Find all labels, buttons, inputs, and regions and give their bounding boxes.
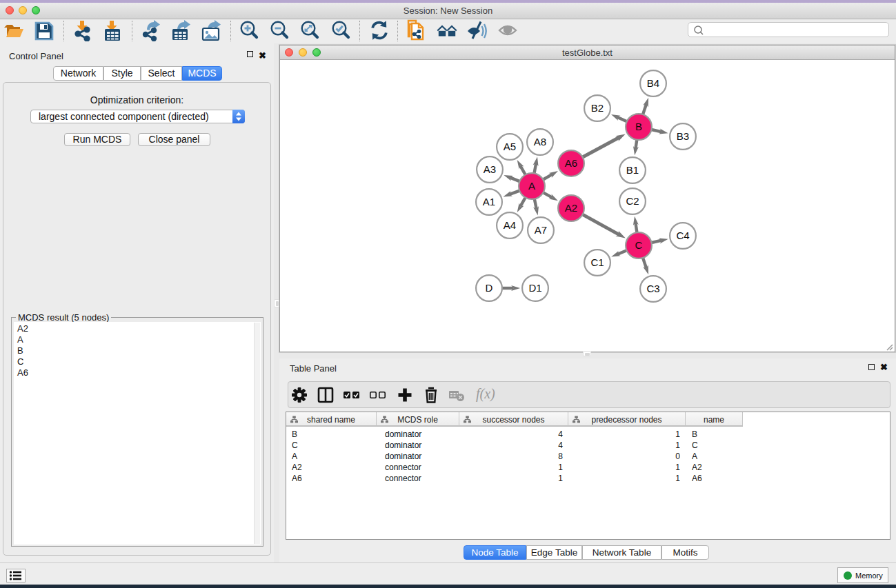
svg-text:D1: D1 xyxy=(528,282,541,294)
svg-text:A8: A8 xyxy=(534,136,546,148)
svg-text:D: D xyxy=(486,282,493,294)
svg-text:B4: B4 xyxy=(647,77,659,89)
svg-text:B2: B2 xyxy=(591,102,604,114)
svg-text:C: C xyxy=(635,239,643,251)
svg-text:A5: A5 xyxy=(504,141,516,152)
svg-text:B3: B3 xyxy=(677,130,689,142)
svg-text:A3: A3 xyxy=(484,163,496,175)
svg-text:A4: A4 xyxy=(504,219,516,231)
svg-text:C1: C1 xyxy=(590,256,604,268)
svg-text:C2: C2 xyxy=(626,195,639,207)
svg-text:B1: B1 xyxy=(626,164,639,176)
svg-text:A2: A2 xyxy=(565,202,577,214)
svg-text:C3: C3 xyxy=(646,283,659,294)
svg-text:C4: C4 xyxy=(676,230,689,241)
svg-text:B: B xyxy=(635,121,642,132)
svg-text:A7: A7 xyxy=(535,224,547,236)
svg-text:A: A xyxy=(528,180,535,192)
svg-text:A1: A1 xyxy=(483,196,495,207)
svg-text:A6: A6 xyxy=(565,157,577,169)
